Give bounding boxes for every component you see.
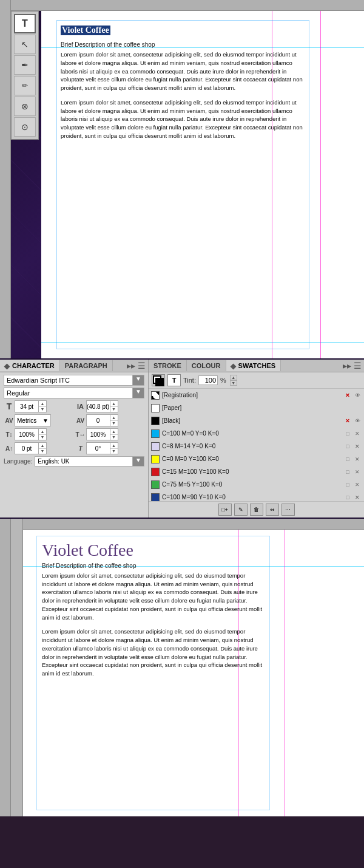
h-scale-down[interactable]: ▼	[110, 435, 118, 440]
tint-pct: %	[220, 377, 226, 384]
colour-panel-tabs: STROKE COLOUR SWATCHES ▸▸ ☰	[149, 360, 364, 372]
vertical-scale-group: T↕ ▲ ▼	[4, 428, 73, 440]
swatch-icons-black: ✕ 👁	[343, 417, 362, 425]
tint-spinners: ▲ ▼	[230, 375, 237, 386]
bottom-body-para-2: Lorem ipsum dolor sit amet, consectetur …	[42, 627, 265, 678]
swatch-item-dark-blue[interactable]: C=100 M=90 Y=10 K=0 □✕	[149, 491, 364, 501]
vertical-scale-input[interactable]	[15, 431, 38, 438]
vertical-scale-label: T↕	[4, 431, 15, 438]
merge-swatches-btn[interactable]: ⇔	[266, 504, 279, 516]
v-scale-up[interactable]: ▲	[39, 429, 46, 435]
swatch-name-registration: [Registration]	[162, 392, 341, 398]
language-label: Language:	[4, 458, 32, 465]
icon-y-1: □	[343, 455, 352, 463]
tab-stroke[interactable]: STROKE	[149, 360, 187, 371]
vertical-scale-spinner[interactable]: ▲ ▼	[15, 428, 47, 440]
leading-spinner[interactable]: ▲ ▼	[86, 400, 118, 412]
tab-swatches[interactable]: SWATCHES	[226, 360, 281, 371]
swatch-color-red	[151, 468, 160, 476]
text-tool[interactable]: T	[14, 14, 36, 33]
leading-input[interactable]	[87, 403, 110, 410]
text-mode-btn[interactable]: T	[167, 374, 181, 386]
language-arrow[interactable]: ▼	[133, 456, 144, 466]
swatch-item-registration[interactable]: [Registration] ✕ 👁	[149, 389, 364, 402]
icon-db-2: ✕	[353, 493, 362, 502]
horizontal-scale-input[interactable]	[87, 431, 110, 438]
swatch-color-registration	[151, 391, 160, 400]
ruler-bottom-left2	[11, 519, 23, 816]
swatch-item-cyan[interactable]: C=100 M=0 Y=0 K=0 □✕	[149, 427, 364, 440]
delete-swatch-btn[interactable]: 🗑	[250, 504, 263, 516]
body-para-1: Lorem ipsum dolor sit amet, consectetur …	[61, 50, 305, 92]
tint-label: Tint:	[183, 377, 196, 384]
baseline-input[interactable]	[15, 445, 38, 452]
swatch-name-cyan: C=100 M=0 Y=0 K=0	[162, 430, 341, 437]
font-style-arrow[interactable]: ▼	[133, 388, 144, 398]
v-scale-down[interactable]: ▼	[39, 435, 46, 440]
swatches-more-icon[interactable]: ▸▸	[343, 361, 351, 371]
swatch-item-green[interactable]: C=75 M=5 Y=100 K=0 □✕	[149, 478, 364, 491]
icon-y-2: ✕	[353, 455, 362, 463]
more-btn[interactable]: ⋯	[281, 504, 295, 516]
swatches-menu-icon[interactable]: ☰	[354, 361, 362, 371]
font-family-select[interactable]: Edwardian Script ITC	[4, 375, 133, 386]
skew-up[interactable]: ▲	[110, 443, 118, 449]
swatch-item-yellow[interactable]: C=0 M=0 Y=100 K=0 □✕	[149, 453, 364, 465]
panel-expand-icons: ▸▸ ☰	[124, 360, 148, 372]
tracking-input[interactable]	[87, 417, 110, 424]
toolbox: T ↖ ✒ ✏ ⊗ ⊙	[11, 11, 39, 140]
language-select[interactable]: English: UK	[35, 456, 133, 466]
swatch-item-light-blue[interactable]: C=8 M=14 Y=0 K=0 □✕	[149, 440, 364, 453]
font-size-spinner[interactable]: ▲ ▼	[15, 400, 47, 412]
leading-down[interactable]: ▼	[110, 407, 118, 412]
character-panel: CHARACTER PARAGRAPH ▸▸ ☰ Edwardian Scrip…	[0, 360, 149, 518]
tint-up[interactable]: ▲	[230, 375, 237, 380]
h-scale-up[interactable]: ▲	[110, 429, 118, 435]
tint-down[interactable]: ▼	[230, 380, 237, 386]
font-family-arrow[interactable]: ▼	[133, 375, 144, 386]
tracking-up[interactable]: ▲	[110, 415, 118, 421]
font-style-select[interactable]: Regular	[4, 388, 133, 398]
baseline-spinner[interactable]: ▲ ▼	[15, 442, 47, 454]
baseline-label-icon: A↑	[4, 445, 15, 452]
swatch-item-black[interactable]: [Black] ✕ 👁	[149, 414, 364, 427]
no-icon-registration: ✕	[343, 391, 352, 400]
font-size-input[interactable]	[15, 403, 38, 410]
font-size-up[interactable]: ▲	[39, 401, 46, 407]
tint-input[interactable]	[198, 375, 218, 385]
font-size-down[interactable]: ▼	[39, 407, 46, 412]
text-frame-top[interactable]: Violet Coffee Brief Description of the c…	[56, 20, 309, 349]
new-swatch-btn[interactable]: □+	[218, 504, 232, 516]
panel-more-icon[interactable]: ▸▸	[127, 361, 135, 371]
zoom-tool[interactable]: ⊙	[14, 117, 36, 137]
edit-swatch-btn[interactable]: ✎	[234, 504, 248, 516]
icon-r-1: □	[343, 468, 352, 476]
text-frame-bottom[interactable]: Violet Coffee Brief Description of the c…	[36, 536, 270, 810]
baseline-down[interactable]: ▼	[39, 449, 46, 454]
tracking-down[interactable]: ▼	[110, 421, 118, 426]
skew-down[interactable]: ▼	[110, 449, 118, 454]
panel-menu-icon[interactable]: ☰	[138, 361, 146, 371]
pen-tool[interactable]: ✒	[14, 55, 36, 75]
leading-up[interactable]: ▲	[110, 401, 118, 407]
baseline-up[interactable]: ▲	[39, 443, 46, 449]
bottom-subtitle: Brief Description of the coffee shop	[42, 562, 265, 569]
skew-spinner[interactable]: ▲ ▼	[86, 442, 118, 454]
tab-colour[interactable]: COLOUR	[187, 360, 226, 371]
eye-icon-black: 👁	[353, 417, 362, 425]
swatch-color-cyan	[151, 429, 160, 438]
arrow-tool[interactable]: ↖	[14, 35, 36, 54]
tab-paragraph[interactable]: PARAGRAPH	[60, 360, 113, 371]
horizontal-scale-spinner[interactable]: ▲ ▼	[86, 428, 118, 440]
kern-value: Metrics	[17, 417, 36, 424]
stroke-box-btn[interactable]	[152, 374, 165, 386]
swatch-item-paper[interactable]: [Paper]	[149, 402, 364, 414]
erase-tool[interactable]: ⊗	[14, 97, 36, 116]
tracking-spinner[interactable]: ▲ ▼	[86, 414, 118, 426]
skew-input[interactable]	[87, 445, 110, 452]
tab-character[interactable]: CHARACTER	[0, 360, 60, 371]
pencil-tool[interactable]: ✏	[14, 76, 36, 95]
swatches-list[interactable]: [Registration] ✕ 👁 [Paper] [Black] ✕ 👁	[149, 389, 364, 501]
swatch-item-red[interactable]: C=15 M=100 Y=100 K=0 □✕	[149, 465, 364, 478]
kern-dropdown[interactable]: Metrics ▼	[15, 414, 51, 426]
